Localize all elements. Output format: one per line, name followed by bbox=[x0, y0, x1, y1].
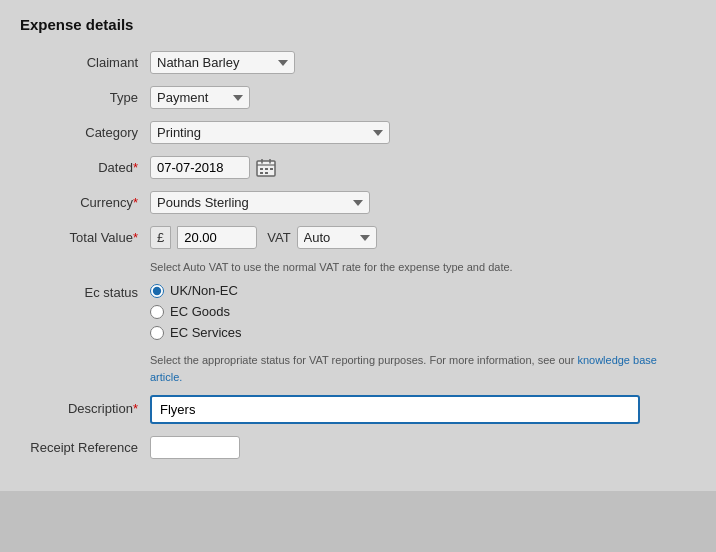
total-value-required-star: * bbox=[133, 230, 138, 245]
vat-hint: Select Auto VAT to use the normal VAT ra… bbox=[150, 261, 696, 273]
ec-status-group: UK/Non-EC EC Goods EC Services bbox=[150, 283, 242, 340]
currency-symbol: £ bbox=[150, 226, 171, 249]
calendar-icon[interactable] bbox=[256, 159, 276, 177]
currency-select[interactable]: Pounds Sterling bbox=[150, 191, 370, 214]
category-label: Category bbox=[20, 125, 150, 140]
total-value-group: £ VAT Auto bbox=[150, 226, 377, 249]
svg-rect-4 bbox=[260, 168, 263, 170]
svg-rect-6 bbox=[270, 168, 273, 170]
panel-title: Expense details bbox=[20, 16, 696, 33]
currency-label: Currency* bbox=[20, 195, 150, 210]
svg-rect-7 bbox=[260, 172, 263, 174]
ec-status-label: Ec status bbox=[20, 283, 150, 300]
receipt-reference-row: Receipt Reference bbox=[20, 436, 696, 459]
claimant-label: Claimant bbox=[20, 55, 150, 70]
dated-label: Dated* bbox=[20, 160, 150, 175]
ec-hint: Select the appropriate status for VAT re… bbox=[150, 352, 680, 385]
type-select[interactable]: Payment bbox=[150, 86, 250, 109]
category-select[interactable]: Printing bbox=[150, 121, 390, 144]
claimant-row: Claimant Nathan Barley bbox=[20, 51, 696, 74]
ec-radio-uk-non-ec[interactable] bbox=[150, 284, 164, 298]
dated-row: Dated* bbox=[20, 156, 696, 179]
type-label: Type bbox=[20, 90, 150, 105]
svg-rect-8 bbox=[265, 172, 268, 174]
category-row: Category Printing bbox=[20, 121, 696, 144]
total-value-label: Total Value* bbox=[20, 230, 150, 245]
description-row: Description* bbox=[20, 395, 696, 424]
ec-radio-ec-services[interactable] bbox=[150, 326, 164, 340]
dated-required-star: * bbox=[133, 160, 138, 175]
description-required-star: * bbox=[133, 401, 138, 416]
ec-label-ec-services: EC Services bbox=[170, 325, 242, 340]
description-input[interactable] bbox=[150, 395, 640, 424]
svg-rect-5 bbox=[265, 168, 268, 170]
expense-details-panel: Expense details Claimant Nathan Barley T… bbox=[0, 0, 716, 491]
claimant-select[interactable]: Nathan Barley bbox=[150, 51, 295, 74]
ec-option-ec-goods: EC Goods bbox=[150, 304, 242, 319]
receipt-reference-input[interactable] bbox=[150, 436, 240, 459]
currency-row: Currency* Pounds Sterling bbox=[20, 191, 696, 214]
currency-required-star: * bbox=[133, 195, 138, 210]
ec-label-uk-non-ec: UK/Non-EC bbox=[170, 283, 238, 298]
amount-input[interactable] bbox=[177, 226, 257, 249]
ec-radio-ec-goods[interactable] bbox=[150, 305, 164, 319]
ec-label-ec-goods: EC Goods bbox=[170, 304, 230, 319]
vat-select[interactable]: Auto bbox=[297, 226, 377, 249]
ec-status-row: Ec status UK/Non-EC EC Goods EC Services bbox=[20, 283, 696, 340]
type-row: Type Payment bbox=[20, 86, 696, 109]
description-label: Description* bbox=[20, 395, 150, 416]
ec-option-uk-non-ec: UK/Non-EC bbox=[150, 283, 242, 298]
ec-option-ec-services: EC Services bbox=[150, 325, 242, 340]
receipt-reference-label: Receipt Reference bbox=[20, 440, 150, 455]
total-value-row: Total Value* £ VAT Auto bbox=[20, 226, 696, 249]
dated-input[interactable] bbox=[150, 156, 250, 179]
vat-label: VAT bbox=[267, 230, 290, 245]
